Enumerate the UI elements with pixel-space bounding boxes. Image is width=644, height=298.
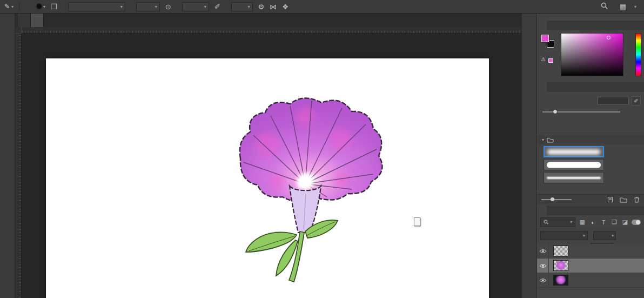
workspace-switcher-icon[interactable]: ▦ xyxy=(620,3,626,11)
tools-panel xyxy=(0,14,15,298)
toggle-brush-settings-icon[interactable]: ❐ xyxy=(51,3,57,11)
tab-paths[interactable] xyxy=(556,206,566,215)
document-canvas[interactable] xyxy=(46,58,489,298)
layer-blend-row: ▾ ▾ xyxy=(537,229,644,242)
blend-mode-dropdown[interactable]: ▾ xyxy=(68,2,125,11)
flower-drawing xyxy=(46,58,489,298)
new-group-folder-icon[interactable] xyxy=(620,197,627,203)
document-tab-2[interactable] xyxy=(31,14,44,27)
brush-stroke-preview xyxy=(547,177,601,179)
visibility-eye-icon[interactable] xyxy=(537,259,549,273)
brushes-panel: ✐ ▾ xyxy=(537,82,644,204)
brush-panel-footer xyxy=(537,194,644,204)
brush-presets-row xyxy=(539,117,643,133)
brush-tip-preview xyxy=(37,4,42,9)
vertical-ruler[interactable] xyxy=(15,34,22,298)
hue-slider[interactable] xyxy=(635,33,641,76)
options-bar-right: ▦ ▾ xyxy=(595,2,640,11)
pressure-opacity-icon[interactable]: ⊙ xyxy=(165,3,171,11)
layer-filter-select[interactable]: ▾ xyxy=(540,217,575,227)
photoshop-window: ✎ ▾ ▾ ❐ ▾ ▾ ⊙ ▾ ✐ xyxy=(0,0,644,298)
slider-thumb[interactable] xyxy=(553,109,558,114)
layer-filter-row: ▾ ▦ ◐ T ❏ ◪ xyxy=(537,215,644,229)
saturation-brightness-field[interactable] xyxy=(561,33,623,76)
horizontal-ruler[interactable] xyxy=(22,27,521,34)
foreground-color-swatch[interactable] xyxy=(541,35,549,42)
new-brush-icon[interactable] xyxy=(607,196,613,203)
ruler-origin[interactable] xyxy=(15,27,22,34)
brush-stroke-preview xyxy=(547,149,600,154)
visibility-eye-icon[interactable] xyxy=(537,273,549,287)
tool-preset-button[interactable]: ✎ ▾ xyxy=(4,3,14,10)
filter-adjustment-layers-icon[interactable]: ◐ xyxy=(589,219,597,226)
filter-type-layers-icon[interactable]: T xyxy=(600,219,608,226)
search-icon[interactable] xyxy=(601,2,608,11)
brush-tip-icon xyxy=(37,4,42,9)
chevron-down-icon[interactable]: ▾ xyxy=(634,4,636,9)
smoothing-dropdown[interactable]: ▾ xyxy=(231,2,253,11)
brush-hard-round[interactable] xyxy=(544,159,604,170)
layer-row-outline[interactable] xyxy=(537,244,644,259)
size-pressure-icon[interactable]: ✐ xyxy=(632,96,641,105)
opacity-dropdown[interactable]: ▾ xyxy=(136,2,160,11)
right-panel-dock: ⚠ ✐ xyxy=(536,14,644,298)
layer-list xyxy=(537,244,644,298)
chevron-down-icon: ▾ xyxy=(248,4,250,9)
layer-thumbnail[interactable] xyxy=(553,260,568,271)
brush-soft-round[interactable] xyxy=(544,146,604,157)
foreground-background-colors[interactable] xyxy=(541,35,556,50)
tab-navigator[interactable] xyxy=(556,21,566,30)
color-panel-group: ⚠ xyxy=(537,21,644,81)
filter-pixel-layers-icon[interactable]: ▦ xyxy=(578,218,586,226)
layer-row-layer2[interactable] xyxy=(537,259,644,273)
filter-group-layers-icon[interactable]: ❏ xyxy=(611,218,619,226)
brush-stroke-preview xyxy=(547,162,601,168)
panel-dock-strip xyxy=(521,14,536,298)
thumbnail-artwork xyxy=(554,276,567,284)
layer-filter-toggle[interactable] xyxy=(632,220,641,225)
brushes-panel-body: ✐ ▾ xyxy=(537,92,644,204)
gamut-warning-icon[interactable]: ⚠ xyxy=(541,56,546,62)
gamut-color-swatch[interactable] xyxy=(548,58,553,63)
tab-layers[interactable] xyxy=(537,206,547,215)
tab-channels[interactable] xyxy=(547,206,556,215)
color-panel-body: ⚠ xyxy=(537,30,644,81)
paint-symmetry-icon[interactable]: ⋈ xyxy=(270,3,277,11)
layer-blend-mode-select[interactable]: ▾ xyxy=(540,231,588,240)
brush-tool-icon: ✎ xyxy=(4,3,10,10)
document-tab-1[interactable] xyxy=(18,14,31,27)
delete-trash-icon[interactable] xyxy=(634,196,640,203)
layer-thumbnail[interactable] xyxy=(553,246,568,256)
visibility-eye-icon[interactable] xyxy=(537,244,549,258)
tab-swatches[interactable] xyxy=(547,21,556,30)
brush-preset-picker[interactable]: ▾ xyxy=(37,4,45,9)
thumbnail-artwork xyxy=(554,261,567,270)
panel-menu-icon[interactable] xyxy=(638,21,644,30)
brush-size-slider[interactable] xyxy=(542,111,620,112)
layer-opacity-select[interactable]: ▾ xyxy=(593,231,616,240)
alt-key-tooltip xyxy=(414,217,420,226)
filter-smart-objects-icon[interactable]: ◪ xyxy=(621,218,629,226)
options-bar: ✎ ▾ ▾ ❐ ▾ ▾ ⊙ ▾ ✐ xyxy=(0,0,644,14)
panel-menu-icon[interactable] xyxy=(638,82,644,92)
brushes-panel-tabs xyxy=(537,82,644,92)
symmetry-options-icon[interactable]: ❖ xyxy=(282,3,289,11)
brush-tapered[interactable] xyxy=(544,172,604,183)
folder-icon xyxy=(547,137,554,143)
tab-color[interactable] xyxy=(537,21,547,30)
canvas-area[interactable] xyxy=(22,34,521,298)
airbrush-icon[interactable]: ✐ xyxy=(214,3,220,11)
brush-group-general[interactable]: ▾ xyxy=(537,135,644,144)
color-picker-marker[interactable] xyxy=(607,36,611,39)
slider-thumb[interactable] xyxy=(551,197,554,201)
flow-dropdown[interactable]: ▾ xyxy=(182,2,209,11)
layer-thumbnail[interactable] xyxy=(553,275,568,286)
chevron-down-icon: ▾ xyxy=(612,233,614,238)
tab-brushes[interactable] xyxy=(537,82,547,92)
layers-panel-tabs xyxy=(537,206,644,215)
chevron-down-icon: ▾ xyxy=(120,4,123,9)
brush-size-field[interactable] xyxy=(598,97,629,105)
smoothing-gear-icon[interactable]: ⚙ xyxy=(258,3,265,11)
stroke-preview-slider[interactable] xyxy=(541,199,572,200)
layer-row-layer1[interactable] xyxy=(537,273,644,288)
